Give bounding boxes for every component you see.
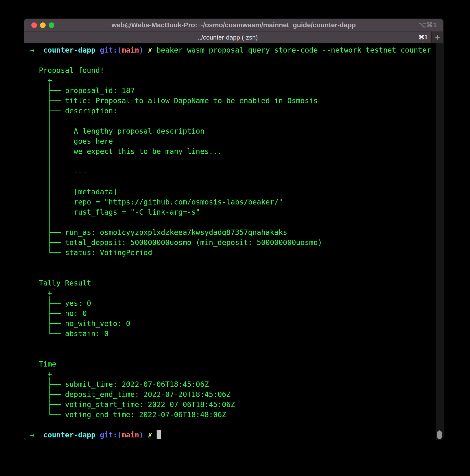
terminal-line: │ (30, 116, 431, 126)
new-tab-button[interactable]: + (431, 32, 443, 43)
tree-trunk-line (50, 83, 50, 253)
window-title: web@Webs-MacBook-Pro: ~/osmo/cosmwasm/ma… (111, 21, 356, 29)
terminal-line: ├── description: (30, 106, 431, 116)
terminal-line: │ (30, 217, 431, 227)
scrollbar-thumb[interactable] (437, 430, 442, 439)
terminal-line: Time (30, 359, 431, 369)
terminal-line: ├── no_with_veto: 0 (30, 319, 431, 329)
zoom-button[interactable] (49, 22, 54, 28)
terminal-line: → counter-dapp git:(main) ✗ (30, 430, 431, 440)
terminal-line: │ (30, 177, 431, 187)
terminal-line: Tally Result (30, 278, 431, 288)
terminal-line: + (30, 288, 431, 298)
terminal-line: ├── title: Proposal to allow DappName to… (30, 96, 431, 106)
terminal-line: │ [metadata] (30, 187, 431, 197)
terminal-line: ├── voting_start_time: 2022-07-06T18:45:… (30, 400, 431, 410)
terminal-line: └── status: VotingPeriod (30, 248, 431, 258)
traffic-lights (31, 19, 54, 31)
terminal-line (30, 258, 431, 268)
terminal-cursor (157, 430, 161, 439)
terminal-line: ├── yes: 0 (30, 298, 431, 308)
terminal-line (30, 349, 431, 359)
terminal-line (30, 339, 431, 349)
terminal-line: └── voting_end_time: 2022-07-06T18:48:06… (30, 410, 431, 420)
terminal-line: │ rust_flags = "-C link-arg=-s" (30, 207, 431, 217)
terminal-line: │ repo = "https://github.com/osmosis-lab… (30, 197, 431, 207)
terminal-line: │ (30, 156, 431, 167)
terminal-line: ├── no: 0 (30, 308, 431, 319)
terminal-line: ├── deposit_end_time: 2022-07-20T18:45:0… (30, 390, 431, 400)
terminal-line: │ goes here (30, 136, 431, 146)
tab-counter-dapp[interactable]: ../counter-dapp (-zsh) ⌘1 (24, 32, 431, 43)
window-shortcut-hint: ⌥⌘1 (418, 21, 437, 29)
terminal-line: Proposal found! (30, 65, 431, 75)
terminal-line: + (30, 75, 431, 85)
terminal-line: └── abstain: 0 (30, 329, 431, 339)
terminal-line: │ --- (30, 167, 431, 177)
terminal-line: → counter-dapp git:(main) ✗ beaker wasm … (30, 45, 431, 55)
scrollbar-track[interactable] (436, 43, 443, 440)
terminal-text: → counter-dapp git:(main) ✗ beaker wasm … (30, 45, 431, 440)
terminal-line: │ we expect this to be many lines... (30, 146, 431, 156)
terminal-line (30, 420, 431, 430)
tab-title: ../counter-dapp (-zsh) (198, 34, 258, 41)
terminal-line: ├── proposal_id: 187 (30, 85, 431, 96)
terminal-line: + (30, 369, 431, 379)
minimize-button[interactable] (40, 22, 46, 28)
tab-shortcut-hint: ⌘1 (418, 34, 428, 41)
terminal-content[interactable]: → counter-dapp git:(main) ✗ beaker wasm … (24, 43, 443, 440)
terminal-line: │ A lengthy proposal description (30, 126, 431, 136)
terminal-line (30, 55, 431, 65)
tab-bar: ../counter-dapp (-zsh) ⌘1 + (24, 31, 443, 43)
terminal-line: ├── run_as: osmo1cyyzpxplxdzkeea7kwsydad… (30, 227, 431, 238)
terminal-line: ├── total_deposit: 500000000uosmo (min_d… (30, 238, 431, 248)
close-button[interactable] (31, 22, 37, 28)
tree-trunk-line (50, 377, 50, 415)
terminal-line: ├── submit_time: 2022-07-06T18:45:06Z (30, 379, 431, 390)
titlebar[interactable]: web@Webs-MacBook-Pro: ~/osmo/cosmwasm/ma… (24, 19, 443, 31)
terminal-line (30, 268, 431, 278)
terminal-window: web@Webs-MacBook-Pro: ~/osmo/cosmwasm/ma… (24, 19, 443, 440)
tree-trunk-line (50, 296, 50, 334)
